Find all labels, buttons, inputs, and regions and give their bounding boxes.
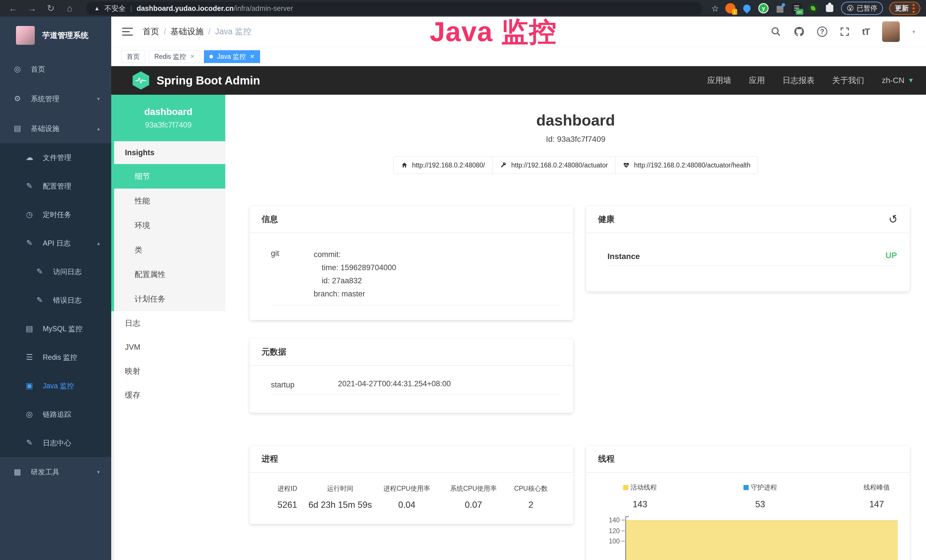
github-icon[interactable] [794, 26, 805, 37]
hamburger-icon[interactable] [122, 28, 133, 36]
spring-boot-admin-logo[interactable] [133, 71, 149, 89]
app-logo-row[interactable]: 芋道管理系统 [0, 17, 111, 54]
tab-label: 首页 [127, 52, 140, 61]
extensions-puzzle-icon[interactable] [825, 3, 835, 14]
sba-item-mappings[interactable]: 映射 [114, 359, 225, 383]
tab-java-monitor[interactable]: Java 监控 ✕ [204, 50, 260, 63]
search-icon[interactable] [771, 27, 781, 37]
security-label[interactable]: 不安全 [104, 4, 126, 13]
health-url-button[interactable]: http://192.168.0.2:48080/actuator/health [615, 156, 758, 174]
extension-icon-3[interactable]: y [758, 3, 769, 14]
sba-item-classes[interactable]: 类 [114, 238, 225, 262]
health-card-title: 健康 [598, 214, 614, 225]
sba-item-details[interactable]: 细节 [114, 164, 225, 189]
sba-item-jvm[interactable]: JVM [114, 335, 225, 359]
sba-item-scheduled-tasks[interactable]: 计划任务 [114, 287, 225, 311]
sba-brand-title[interactable]: Spring Boot Admin [157, 74, 260, 87]
sba-nav-journal[interactable]: 日志报表 [782, 75, 814, 86]
chevron-up-icon: ▴ [97, 240, 100, 247]
sidebar-item-infrastructure[interactable]: ▤ 基础设施 ▴ [0, 114, 111, 143]
extension-icon-5[interactable]: ☰on [791, 3, 802, 14]
sba-item-environment[interactable]: 环境 [114, 213, 225, 238]
breadcrumb: 首页 / 基础设施 / Java 监控 [142, 26, 251, 37]
user-avatar[interactable] [882, 21, 900, 42]
extension-icon-1[interactable]: 1 [725, 3, 735, 14]
process-cpu-usage: 进程CPU使用率 0.04 [372, 484, 442, 510]
chevron-up-icon: ▴ [97, 125, 100, 132]
actuator-url-button[interactable]: http://192.168.0.2:48080/actuator [492, 156, 616, 174]
sidebar-item-api-log[interactable]: ✎ API 日志 ▴ [0, 229, 111, 257]
toolbar-right: ☆ 1 y ▦ ☰on 😮 已暂停 更新 [711, 2, 920, 15]
status-badge: UP [885, 251, 897, 261]
sidebar-item-label: 访问日志 [53, 267, 82, 277]
live-threads-area [626, 520, 898, 560]
service-url-button[interactable]: http://192.168.0.2:48080/ [393, 156, 493, 174]
back-icon[interactable]: ← [6, 3, 21, 14]
sidebar-item-dev-tools[interactable]: ▩ 研发工具 ▾ [0, 457, 111, 487]
sba-item-caches[interactable]: 缓存 [114, 383, 225, 407]
sidebar-item-redis-monitor[interactable]: ☰ Redis 监控 [0, 343, 111, 371]
address-bar[interactable]: ▲ 不安全 | dashboard.yudao.iocoder.cn/infra… [86, 2, 702, 15]
sidebar-item-java-monitor[interactable]: ▣ Java 监控 [0, 371, 111, 400]
update-button[interactable]: 更新 [889, 2, 920, 15]
sidebar-item-log-center[interactable]: ✎ 日志中心 [0, 428, 111, 457]
page-url[interactable]: dashboard.yudao.iocoder.cn/infra/admin-s… [136, 4, 293, 12]
sidebar-item-home[interactable]: ◎ 首页 [0, 54, 111, 84]
extension-icon-2[interactable] [742, 3, 752, 14]
sba-item-config-props[interactable]: 配置属性 [114, 262, 225, 287]
sba-instance-header[interactable]: dashboard 93a3fc7f7409 [111, 95, 225, 141]
extension-on-badge: on [796, 9, 803, 15]
paused-badge[interactable]: 😮 已暂停 [841, 2, 883, 15]
sidebar-item-label: 定时任务 [43, 210, 71, 219]
history-icon[interactable]: ↺ [887, 212, 899, 227]
health-card: 健康 ↺ Instance UP [586, 206, 910, 292]
sba-nav-applications[interactable]: 应用 [749, 75, 765, 86]
fullscreen-icon[interactable] [840, 27, 850, 36]
sidebar-item-config-management[interactable]: ✎ 配置管理 [0, 172, 111, 200]
breadcrumb-infrastructure[interactable]: 基础设施 [171, 26, 204, 37]
sidebar-item-label: 基础设施 [31, 124, 59, 133]
sba-item-metrics[interactable]: 性能 [114, 189, 225, 213]
sba-instance-name: dashboard [144, 106, 192, 117]
sba-item-logs[interactable]: 日志 [114, 311, 225, 335]
y-axis-tickmark [622, 541, 625, 542]
extension-icon-6[interactable] [808, 3, 818, 14]
sidebar-item-mysql-monitor[interactable]: ▤ MySQL 监控 [0, 314, 111, 343]
cloud-upload-icon: ☁ [23, 153, 35, 162]
breadcrumb-home[interactable]: 首页 [142, 26, 159, 37]
cards-column-left: 信息 git commit: time: 1596289704000 id: 2… [250, 206, 573, 524]
help-icon[interactable]: ? [817, 27, 827, 37]
sba-insights-section: Insights 细节 性能 环境 类 配置属性 计划任务 [111, 141, 225, 311]
sidebar-item-scheduled-tasks[interactable]: ◷ 定时任务 [0, 200, 111, 229]
sidebar-item-access-log[interactable]: ✎ 访问日志 [0, 257, 111, 286]
avatar-caret-icon[interactable]: ▾ [912, 28, 915, 35]
health-url: http://192.168.0.2:48080/actuator/health [634, 162, 750, 169]
reload-icon[interactable]: ↻ [43, 3, 58, 14]
extension-icon-4[interactable]: ▦ [775, 3, 785, 14]
y-axis-tickmark [622, 531, 625, 531]
heartbeat-icon [623, 162, 630, 169]
close-icon[interactable]: ✕ [190, 53, 195, 60]
tab-redis-monitor[interactable]: Redis 监控 ✕ [149, 50, 200, 63]
sidebar-item-system-management[interactable]: ⚙ 系统管理 ▾ [0, 84, 111, 114]
screen: ← → ↻ ⌂ ▲ 不安全 | dashboard.yudao.iocoder.… [0, 0, 926, 560]
sba-nav-about[interactable]: 关于我们 [832, 75, 864, 86]
sidebar-item-file-management[interactable]: ☁ 文件管理 [0, 143, 111, 172]
tab-home[interactable]: 首页 [121, 50, 145, 63]
sidebar-item-error-log[interactable]: ✎ 错误日志 [0, 286, 111, 314]
active-dot [209, 55, 213, 59]
eye-icon: ◎ [23, 410, 35, 419]
forward-icon[interactable]: → [24, 3, 39, 14]
sba-locale-select[interactable]: zh-CN ▼ [882, 76, 914, 85]
sba-sidebar: dashboard 93a3fc7f7409 Insights 细节 性能 环境… [111, 95, 225, 560]
bookmark-star-icon[interactable]: ☆ [711, 3, 719, 14]
sba-nav-wallboard[interactable]: 应用墙 [707, 75, 731, 86]
close-icon[interactable]: ✕ [250, 53, 255, 60]
health-row-label: Instance [607, 251, 640, 261]
home-icon[interactable]: ⌂ [62, 3, 77, 14]
toolbox-icon: ▩ [11, 467, 23, 477]
font-size-icon[interactable]: tT [862, 27, 870, 37]
sidebar-item-trace[interactable]: ◎ 链路追踪 [0, 400, 111, 428]
chevron-down-icon: ▾ [97, 95, 100, 102]
browser-menu-icon[interactable] [912, 4, 915, 13]
